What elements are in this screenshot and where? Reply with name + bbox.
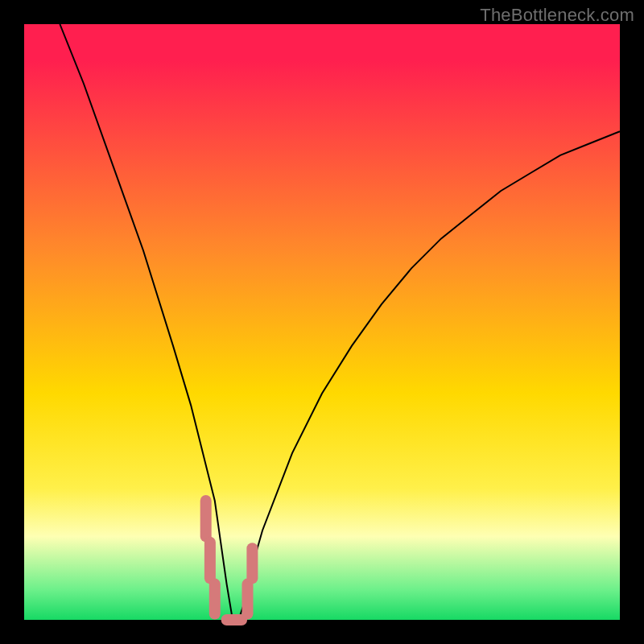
chart-frame: TheBottleneck.com: [0, 0, 644, 644]
bottleneck-curve: [60, 24, 620, 620]
watermark-text: TheBottleneck.com: [480, 5, 634, 26]
plot-area: [24, 24, 620, 620]
bottleneck-curve-svg: [24, 24, 620, 620]
